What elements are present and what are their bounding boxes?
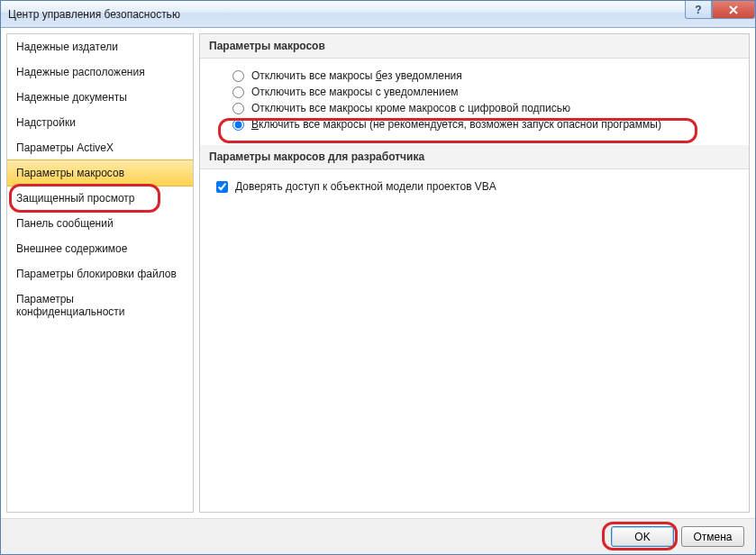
section-header-macro-settings: Параметры макросов [200,34,749,59]
radio-disable-with-notification[interactable]: Отключить все макросы с уведомлением [232,84,733,100]
macro-settings-group: Отключить все макросы без уведомления От… [200,59,749,145]
dialog-footer: OK Отмена [1,518,755,554]
cancel-button[interactable]: Отмена [681,526,744,547]
help-button[interactable]: ? [685,1,712,19]
sidebar-item-addins[interactable]: Надстройки [7,110,193,135]
trust-center-window: Центр управления безопасностью ? Надежны… [0,0,756,555]
sidebar-item-label: Панель сообщений [16,217,114,230]
sidebar-item-message-bar[interactable]: Панель сообщений [7,211,193,236]
sidebar-item-label: Параметры конфиденциальности [16,293,125,318]
sidebar-item-label: Внешнее содержимое [16,242,127,255]
sidebar-item-trusted-publishers[interactable]: Надежные издатели [7,34,193,59]
checkbox-input[interactable] [216,181,228,193]
sidebar-item-protected-view[interactable]: Защищенный просмотр [7,186,193,211]
sidebar-item-activex-settings[interactable]: Параметры ActiveX [7,135,193,160]
radio-disable-except-signed[interactable]: Отключить все макросы кроме макросов с ц… [232,100,733,116]
radio-label: Отключить все макросы без уведомления [251,69,462,82]
radio-disable-no-notification[interactable]: Отключить все макросы без уведомления [232,68,733,84]
sidebar-item-privacy-options[interactable]: Параметры конфиденциальности [7,287,193,324]
sidebar-item-label: Параметры ActiveX [16,141,114,154]
checkbox-trust-vba-access[interactable]: Доверять доступ к объектной модели проек… [216,178,733,195]
titlebar-buttons: ? [685,1,755,19]
radio-input[interactable] [232,86,244,98]
checkbox-label: Доверять доступ к объектной модели проек… [235,180,496,193]
sidebar-item-file-block-settings[interactable]: Параметры блокировки файлов [7,261,193,287]
radio-input[interactable] [232,70,244,82]
sidebar-item-label: Защищенный просмотр [16,192,135,205]
sidebar-item-label: Надежные документы [16,91,127,104]
sidebar-item-label: Надежные расположения [16,66,145,78]
sidebar-item-label: Параметры макросов [16,167,124,179]
radio-input[interactable] [232,119,244,131]
section-header-developer-settings: Параметры макросов для разработчика [200,145,749,169]
sidebar-item-macro-settings[interactable]: Параметры макросов [6,159,194,187]
sidebar-item-external-content[interactable]: Внешнее содержимое [7,236,193,261]
sidebar: Надежные издатели Надежные расположения … [6,33,194,513]
radio-label: Включить все макросы (не рекомендуется, … [251,118,661,131]
content-panel: Параметры макросов Отключить все макросы… [199,33,750,513]
developer-settings-group: Доверять доступ к объектной модели проек… [200,169,749,207]
radio-label: Отключить все макросы кроме макросов с ц… [251,102,570,114]
ok-button[interactable]: OK [611,526,674,547]
sidebar-item-label: Надстройки [16,116,76,129]
sidebar-item-label: Надежные издатели [16,41,118,53]
titlebar[interactable]: Центр управления безопасностью ? [1,1,755,28]
radio-label: Отключить все макросы с уведомлением [251,86,459,98]
radio-input[interactable] [232,103,244,114]
sidebar-item-trusted-documents[interactable]: Надежные документы [7,85,193,110]
radio-enable-all[interactable]: Включить все макросы (не рекомендуется, … [232,116,733,132]
sidebar-item-trusted-locations[interactable]: Надежные расположения [7,59,193,85]
sidebar-item-label: Параметры блокировки файлов [16,268,177,280]
dialog-body: Надежные издатели Надежные расположения … [1,28,755,518]
close-icon [729,5,738,14]
window-title: Центр управления безопасностью [8,8,180,21]
close-button[interactable] [712,1,755,19]
